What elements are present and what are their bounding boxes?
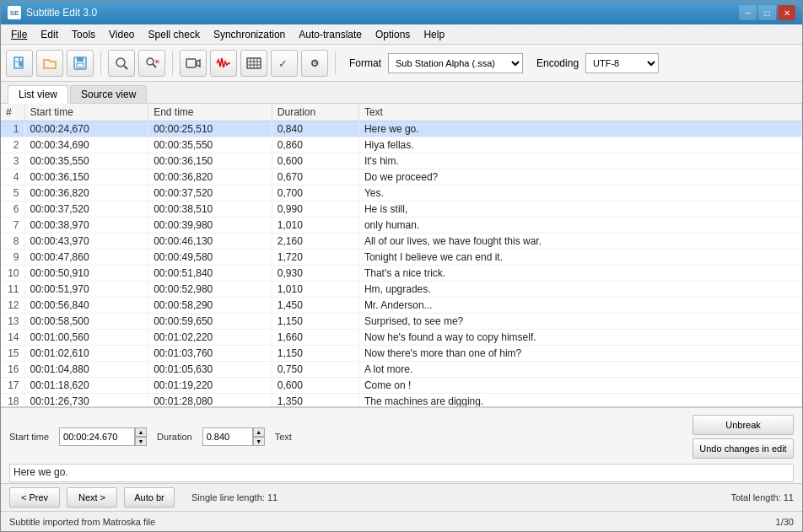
menu-edit[interactable]: Edit (34, 26, 65, 43)
table-row[interactable]: 12 00:00:56,840 00:00:58,290 1,450 Mr. A… (1, 298, 802, 314)
duration-up[interactable]: ▲ (253, 427, 265, 437)
svg-rect-12 (186, 59, 196, 67)
menu-autotranslate[interactable]: Auto-translate (292, 26, 369, 43)
svg-marker-13 (197, 60, 200, 67)
subtitle-table[interactable]: # Start time End time Duration Text 1 00… (1, 104, 802, 407)
cell-text: Hm, upgrades. (358, 282, 801, 298)
action-buttons: Unbreak Undo changes in edit (693, 415, 794, 459)
table-row[interactable]: 18 00:01:26,730 00:01:28,080 1,350 The m… (1, 394, 802, 408)
cell-end: 00:00:46,130 (148, 234, 272, 250)
undo-edit-button[interactable]: Undo changes in edit (693, 438, 794, 459)
title-bar: SE Subtitle Edit 3.0 ─ □ ✕ (1, 1, 802, 24)
app-title: Subtitle Edit 3.0 (26, 7, 739, 19)
cell-num: 13 (1, 314, 24, 330)
format-select[interactable]: Sub Station Alpha (.ssa) SubRip (.srt) M… (388, 53, 523, 73)
menu-options[interactable]: Options (369, 26, 417, 43)
start-time-down[interactable]: ▼ (135, 437, 147, 446)
cell-start: 00:00:24,670 (24, 121, 148, 137)
table-row[interactable]: 8 00:00:43,970 00:00:46,130 2,160 All of… (1, 234, 802, 250)
table-row[interactable]: 5 00:00:36,820 00:00:37,520 0,700 Yes. (1, 185, 802, 202)
spellcheck-button[interactable]: ✓ (271, 50, 298, 77)
cell-start: 00:00:38,970 (24, 218, 148, 234)
start-time-label: Start time (9, 432, 49, 442)
separator-3 (335, 51, 336, 75)
auto-br-button[interactable]: Auto br (124, 487, 175, 508)
table-row[interactable]: 13 00:00:58,500 00:00:59,650 1,150 Surpr… (1, 314, 802, 330)
table-row[interactable]: 3 00:00:35,550 00:00:36,150 0,600 It's h… (1, 153, 802, 169)
cell-dur: 0,840 (272, 121, 358, 137)
svg-line-8 (124, 66, 127, 69)
cell-text: It's him. (358, 153, 801, 169)
cell-end: 00:00:39,980 (148, 218, 272, 234)
cell-start: 00:01:18,620 (24, 378, 148, 394)
start-time-up[interactable]: ▲ (135, 427, 147, 437)
subtitle-list: # Start time End time Duration Text 1 00… (1, 104, 802, 407)
separator-1 (100, 51, 101, 75)
cell-dur: 1,150 (272, 346, 358, 362)
table-row[interactable]: 6 00:00:37,520 00:00:38,510 0,990 He is … (1, 202, 802, 218)
cell-dur: 1,350 (272, 394, 358, 408)
new-button[interactable]: + (6, 50, 33, 77)
svg-rect-5 (77, 57, 84, 62)
navigation-row: < Prev Next > Auto br Single line length… (1, 483, 802, 511)
duration-down[interactable]: ▼ (253, 437, 265, 446)
table-row[interactable]: 15 00:01:02,610 00:01:03,760 1,150 Now t… (1, 346, 802, 362)
cell-text: The machines are digging. (358, 394, 801, 408)
menu-tools[interactable]: Tools (65, 26, 102, 43)
status-position: 1/30 (776, 517, 794, 527)
minimize-button[interactable]: ─ (739, 5, 757, 20)
cell-num: 1 (1, 121, 24, 137)
cell-num: 6 (1, 202, 24, 218)
separator-2 (172, 51, 173, 75)
prev-button[interactable]: < Prev (9, 487, 60, 508)
encoding-select[interactable]: UTF-8 UTF-16 ANSI ISO-8859-1 (585, 53, 659, 73)
cell-dur: 1,010 (272, 218, 358, 234)
table-row[interactable]: 11 00:00:51,970 00:00:52,980 1,010 Hm, u… (1, 282, 802, 298)
cell-num: 15 (1, 346, 24, 362)
cell-start: 00:00:37,520 (24, 202, 148, 218)
replace-button[interactable]: ✕ (138, 50, 165, 77)
table-row[interactable]: 14 00:01:00,560 00:01:02,220 1,660 Now h… (1, 330, 802, 346)
cell-text: Mr. Anderson... (358, 298, 801, 314)
duration-spinners: ▲ ▼ (253, 427, 265, 446)
frames-button[interactable] (240, 50, 267, 77)
table-row[interactable]: 16 00:01:04,880 00:01:05,630 0,750 A lot… (1, 362, 802, 378)
open-button[interactable] (36, 50, 63, 77)
unbreak-button[interactable]: Unbreak (693, 415, 794, 435)
find-button[interactable] (108, 50, 135, 77)
table-row[interactable]: 2 00:00:34,690 00:00:35,550 0,860 Hiya f… (1, 137, 802, 153)
table-row[interactable]: 10 00:00:50,910 00:00:51,840 0,930 That'… (1, 266, 802, 282)
start-time-input[interactable] (59, 427, 135, 446)
cell-text: only human. (358, 218, 801, 234)
menu-file[interactable]: File (4, 26, 34, 43)
table-row[interactable]: 9 00:00:47,860 00:00:49,580 1,720 Tonigh… (1, 250, 802, 266)
settings-button[interactable]: ⚙ (301, 50, 328, 77)
table-row[interactable]: 7 00:00:38,970 00:00:39,980 1,010 only h… (1, 218, 802, 234)
cell-end: 00:01:02,220 (148, 330, 272, 346)
cell-num: 17 (1, 378, 24, 394)
duration-input[interactable] (202, 427, 253, 446)
cell-start: 00:00:43,970 (24, 234, 148, 250)
start-time-spinners: ▲ ▼ (135, 427, 147, 446)
cell-start: 00:00:58,500 (24, 314, 148, 330)
menu-synchronization[interactable]: Synchronization (207, 26, 292, 43)
save-button[interactable] (67, 50, 94, 77)
waveform-button[interactable] (210, 50, 237, 77)
video-button[interactable] (180, 50, 207, 77)
table-row[interactable]: 1 00:00:24,670 00:00:25,510 0,840 Here w… (1, 121, 802, 137)
view-tabs: List view Source view (1, 82, 802, 104)
table-row[interactable]: 4 00:00:36,150 00:00:36,820 0,670 Do we … (1, 169, 802, 185)
menu-help[interactable]: Help (417, 26, 451, 43)
maximize-button[interactable]: □ (758, 5, 776, 20)
table-row[interactable]: 17 00:01:18,620 00:01:19,220 0,600 Come … (1, 378, 802, 394)
tab-listview[interactable]: List view (8, 85, 68, 104)
next-button[interactable]: Next > (67, 487, 117, 508)
menu-spellcheck[interactable]: Spell check (142, 26, 207, 43)
cell-end: 00:00:37,520 (148, 185, 272, 202)
close-button[interactable]: ✕ (778, 5, 795, 20)
menu-video[interactable]: Video (102, 26, 141, 43)
tab-sourceview[interactable]: Source view (70, 85, 147, 103)
text-edit-field[interactable]: Here we go. (9, 464, 794, 482)
cell-end: 00:01:05,630 (148, 362, 272, 378)
cell-end: 00:00:51,840 (148, 266, 272, 282)
